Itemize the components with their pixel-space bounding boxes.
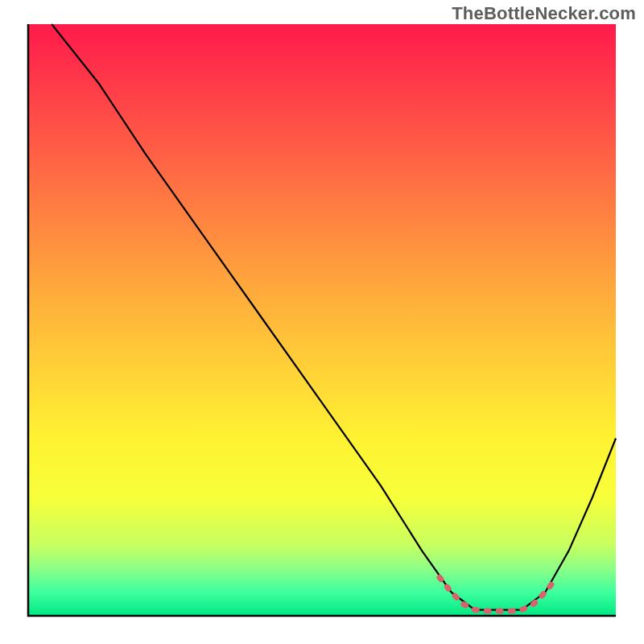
plot-background [28,24,616,616]
chart-container: TheBottleNecker.com [0,0,644,644]
watermark-text: TheBottleNecker.com [452,3,636,24]
bottleneck-chart [0,0,644,644]
